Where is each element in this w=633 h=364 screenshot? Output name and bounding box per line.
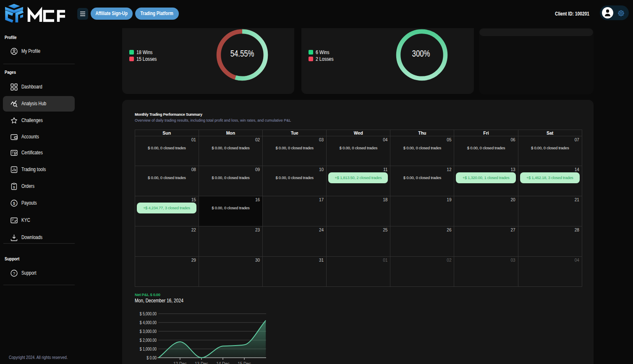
svg-text:14 Dec: 14 Dec [216,361,230,364]
svg-text:12 Dec: 12 Dec [173,361,187,364]
svg-text:13 Dec: 13 Dec [195,361,208,364]
svg-text:15 Dec: 15 Dec [238,361,251,364]
